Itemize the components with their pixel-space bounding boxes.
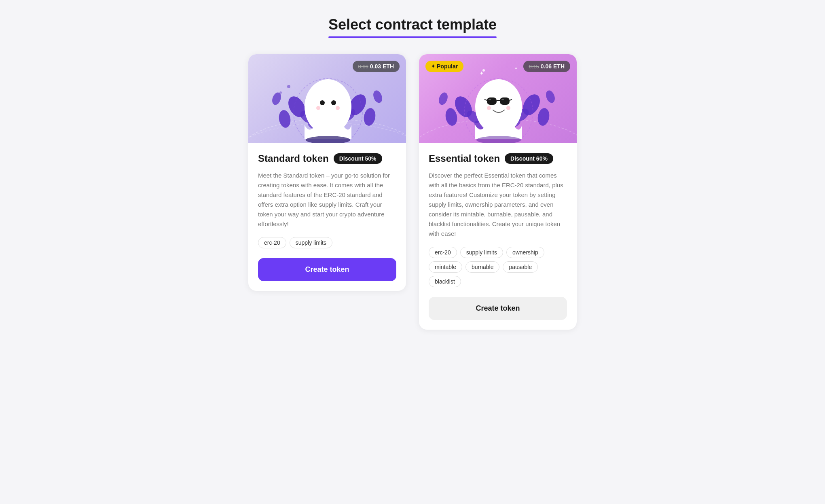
- svg-rect-43: [501, 99, 504, 100]
- tag-blacklist: blacklist: [429, 276, 461, 287]
- tag-mintable: mintable: [429, 261, 462, 273]
- page-title: Select contract template: [328, 16, 497, 33]
- standard-discount-badge: Discount 50%: [334, 153, 382, 164]
- star-icon: ✦: [431, 64, 435, 69]
- essential-card-image: ✦: [419, 54, 577, 143]
- svg-rect-39: [497, 100, 500, 101]
- tag-pausable: pausable: [503, 261, 538, 273]
- essential-price-new: 0.06 ETH: [541, 63, 565, 70]
- svg-point-19: [336, 106, 340, 110]
- standard-price-new: 0.03 ETH: [370, 63, 394, 70]
- essential-token-card: ✦: [419, 54, 577, 330]
- standard-price-badge: 0.06 0.03 ETH: [353, 61, 400, 72]
- svg-point-33: [515, 68, 517, 69]
- essential-card-title: Essential token: [429, 153, 500, 164]
- svg-point-25: [437, 91, 449, 106]
- svg-point-7: [287, 85, 290, 88]
- tag-erc20-standard: erc-20: [258, 237, 286, 248]
- svg-point-17: [331, 100, 336, 105]
- svg-point-23: [444, 107, 458, 127]
- essential-create-token-button[interactable]: Create token: [429, 297, 567, 320]
- standard-price-old: 0.06: [358, 64, 368, 70]
- svg-point-44: [487, 106, 491, 110]
- svg-point-16: [320, 100, 325, 105]
- title-underline: [328, 36, 497, 38]
- standard-card-header: Standard token Discount 50%: [258, 153, 396, 164]
- svg-point-45: [506, 106, 510, 110]
- popular-label: Popular: [437, 63, 458, 70]
- essential-price-old: 0.15: [529, 64, 539, 70]
- tag-supply-limits-standard: supply limits: [290, 237, 332, 248]
- svg-point-10: [362, 107, 377, 127]
- svg-point-12: [372, 89, 384, 104]
- svg-point-18: [316, 106, 320, 110]
- svg-point-28: [536, 107, 550, 127]
- svg-rect-37: [487, 97, 497, 105]
- svg-rect-42: [489, 99, 491, 100]
- svg-rect-38: [500, 97, 510, 105]
- tag-supply-limits-essential: supply limits: [460, 247, 503, 258]
- standard-token-card: 0.06 0.03 ETH Standard token Discount 50…: [248, 54, 406, 291]
- tag-ownership: ownership: [506, 247, 544, 258]
- essential-popular-badge: ✦ Popular: [425, 61, 463, 72]
- standard-card-image: 0.06 0.03 ETH: [248, 54, 406, 143]
- svg-point-36: [475, 79, 522, 134]
- essential-discount-badge: Discount 60%: [505, 153, 553, 164]
- standard-create-token-button[interactable]: Create token: [258, 258, 396, 281]
- essential-tags: erc-20 supply limits ownership mintable …: [429, 247, 567, 287]
- svg-point-15: [305, 79, 351, 134]
- essential-card-body: Essential token Discount 60% Discover th…: [419, 143, 577, 330]
- cards-container: 0.06 0.03 ETH Standard token Discount 50…: [231, 54, 594, 330]
- standard-card-description: Meet the Standard token – your go-to sol…: [258, 171, 396, 229]
- svg-point-30: [544, 89, 556, 104]
- svg-point-8: [279, 91, 282, 94]
- essential-price-badge: 0.15 0.06 ETH: [523, 61, 570, 72]
- tag-burnable: burnable: [465, 261, 500, 273]
- essential-card-header: Essential token Discount 60%: [429, 153, 567, 164]
- svg-text:✦: ✦: [479, 70, 484, 76]
- standard-card-title: Standard token: [258, 153, 329, 164]
- standard-card-body: Standard token Discount 50% Meet the Sta…: [248, 143, 406, 291]
- tag-erc20-essential: erc-20: [429, 247, 457, 258]
- page-header: Select contract template: [328, 16, 497, 38]
- standard-tags: erc-20 supply limits: [258, 237, 396, 248]
- essential-card-description: Discover the perfect Essential token tha…: [429, 171, 567, 239]
